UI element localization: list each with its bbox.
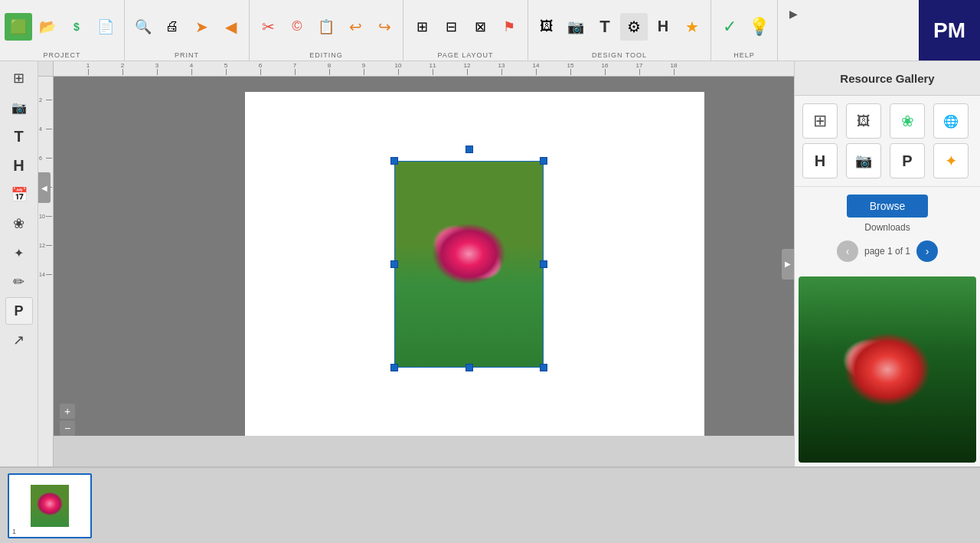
group-design-tool-label: DESIGN TOOL [592,51,647,59]
thumb-image [31,485,69,527]
canvas-wrapper: 1 2 3 4 5 6 7 8 9 10 11 12 13 1 [38,61,794,466]
panel-camera-icon-btn[interactable]: 📷 [846,143,881,178]
undo-btn[interactable]: ↩ [341,13,369,41]
panel-star-icon-btn[interactable]: ✦ [933,143,969,178]
sidebar-effects-btn[interactable]: ✦ [5,239,33,267]
layout2-btn[interactable]: ⊟ [437,13,465,41]
sidebar-calendar-btn[interactable]: 📅 [5,181,33,208]
ruler-vertical: 2 4 6 8 10 12 14 [38,77,54,466]
handle-middle-right[interactable] [540,260,547,268]
panel-browse-area: Browse Downloads ‹ page 1 of 1 › [795,187,980,273]
panel-p-icon-btn[interactable]: P [890,143,925,178]
pagination-row: ‹ page 1 of 1 › [829,237,946,265]
sidebar-heading-btn[interactable]: H [5,152,33,179]
settings-tool-btn[interactable]: ⚙ [620,13,648,41]
panel-nature-icon-btn[interactable]: ❀ [890,103,925,139]
zoom-in-btn[interactable]: + [60,404,75,419]
sidebar-nature-btn[interactable]: ❀ [5,210,33,237]
sidebar-text-btn[interactable]: T [5,123,33,150]
add-page-btn[interactable]: 📄 [92,13,119,41]
group-help-label: HELP [733,51,755,59]
handle-top-left[interactable] [390,157,398,165]
group-project-label: PROJECT [43,51,80,59]
sidebar-p-btn[interactable]: P [5,297,33,325]
rose-image [394,161,544,368]
layout3-btn[interactable]: ⊠ [466,13,494,41]
page-info: page 1 of 1 [864,246,910,257]
sidebar-pages-btn[interactable]: ⊞ [5,64,33,92]
toolbar-group-design-tool: 🖼 📷 T ⚙ H ★ DESIGN TOOL [528,0,711,61]
camera-tool-btn[interactable]: 📷 [562,13,590,41]
page-number: 1 [12,528,16,535]
panel-layout-icon-btn[interactable]: ⊞ [802,103,838,139]
group-page-layout-label: PAGE LAYOUT [437,51,493,59]
check-tool-btn[interactable]: ✓ [716,13,743,41]
handle-bottom-left[interactable] [390,364,398,371]
prev-page-btn[interactable]: ‹ [837,240,858,262]
ruler-corner [38,61,54,77]
save-btn[interactable]: $ [63,13,90,41]
page-canvas [245,92,704,436]
toolbar-group-project: 🟩 📂 $ 📄 PROJECT [0,0,125,61]
redo-btn[interactable]: ↪ [371,13,398,41]
sidebar-toggle-arrow[interactable]: ◀ [38,172,51,203]
main-area: ⊞ 📷 T H 📅 ❀ ✦ ✏ P ↗ ◀ 1 2 3 4 5 6 7 [0,61,980,466]
share-back-btn[interactable]: ◀ [217,13,244,41]
cut-btn[interactable]: ✂ [254,13,282,41]
right-panel: Resource Gallery ⊞ 🖼 ❀ 🌐 H 📷 P ✦ Browse … [794,61,980,466]
star-tool-btn[interactable]: ★ [678,13,706,41]
group-editing-label: EDITING [309,51,343,59]
handle-top-middle[interactable] [466,146,473,153]
toolbar-group-page-layout: ⊞ ⊟ ⊠ ⚑ PAGE LAYOUT [403,0,528,61]
bottom-strip: 1 [0,466,980,543]
panel-image-icon-btn[interactable]: 🖼 [846,103,881,139]
toolbar-group-editing: ✂ © 📋 ↩ ↪ EDITING [250,0,403,61]
image-tool-btn[interactable]: 🖼 [533,13,560,41]
panel-heading-icon-btn[interactable]: H [802,143,838,178]
layout4-btn[interactable]: ⚑ [495,13,523,41]
pm-badge: PM [919,0,980,61]
print-btn[interactable]: 🖨 [158,13,186,41]
copy-btn[interactable]: © [283,13,311,41]
handle-middle-left[interactable] [390,260,398,268]
downloads-label: Downloads [864,222,910,233]
handle-top-right[interactable] [540,157,547,165]
panel-web-icon-btn[interactable]: 🌐 [933,103,969,139]
sidebar-arrow-btn[interactable]: ↗ [5,326,33,354]
next-page-btn[interactable]: › [916,240,938,262]
paste-btn[interactable]: 📋 [312,13,340,41]
open-btn[interactable]: 📂 [34,13,61,41]
group-print-label: PRINT [175,51,199,59]
heading-tool-btn[interactable]: H [649,13,677,41]
zoom-controls: + − [60,404,75,436]
text-tool-btn[interactable]: T [591,13,619,41]
selected-image-container[interactable] [394,161,544,368]
panel-toggle-arrow[interactable]: ▶ [782,249,794,280]
page-thumbnail-1[interactable]: 1 [8,473,92,538]
panel-title: Resource Gallery [795,61,980,96]
main-toolbar: 🟩 📂 $ 📄 PROJECT 🔍 🖨 ➤ ◀ PRINT ✂ © 📋 ↩ ↪ … [0,0,980,61]
share-fwd-btn[interactable]: ➤ [188,13,215,41]
panel-icons-grid: ⊞ 🖼 ❀ 🌐 H 📷 P ✦ [795,96,980,187]
handle-bottom-middle[interactable] [466,364,473,371]
left-sidebar: ⊞ 📷 T H 📅 ❀ ✦ ✏ P ↗ [0,61,38,466]
ruler-horizontal: 1 2 3 4 5 6 7 8 9 10 11 12 13 1 [54,61,794,77]
toolbar-group-help: ✓ 💡 HELP [711,0,778,61]
browse-btn[interactable]: Browse [847,195,929,218]
toolbar-expand-btn[interactable]: ▶ [779,0,807,28]
gallery-image[interactable] [799,276,976,463]
search-btn[interactable]: 🔍 [129,13,157,41]
sidebar-camera-btn[interactable]: 📷 [5,93,33,121]
zoom-out-btn[interactable]: − [60,420,75,436]
toolbar-group-print: 🔍 🖨 ➤ ◀ PRINT [125,0,250,61]
sidebar-brush-btn[interactable]: ✏ [5,268,33,296]
idea-tool-btn[interactable]: 💡 [745,13,773,41]
handle-bottom-right[interactable] [540,364,547,371]
new-page-btn[interactable]: 🟩 [5,13,32,41]
layout1-btn[interactable]: ⊞ [408,13,436,41]
canvas-area[interactable] [54,77,794,436]
